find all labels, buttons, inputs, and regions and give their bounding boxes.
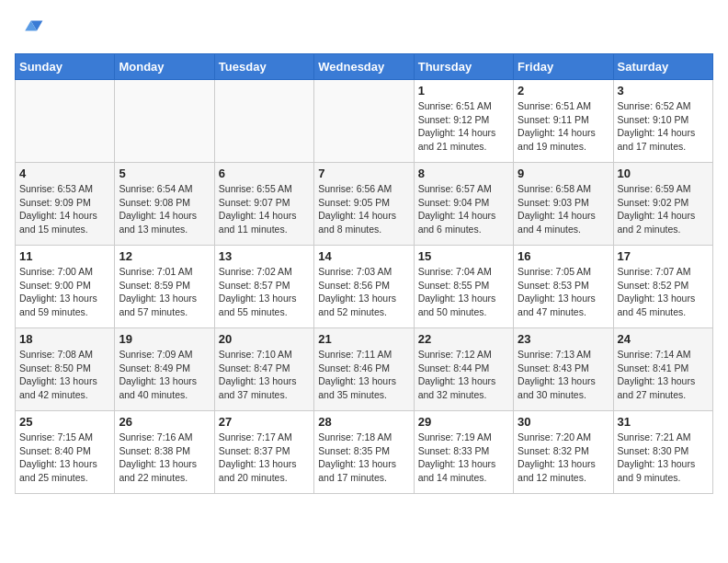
day-cell: 15Sunrise: 7:04 AM Sunset: 8:55 PM Dayli… (414, 246, 513, 328)
day-cell: 10Sunrise: 6:59 AM Sunset: 9:02 PM Dayli… (613, 163, 712, 246)
day-info: Sunrise: 7:07 AM Sunset: 8:52 PM Dayligh… (618, 265, 709, 319)
day-cell: 5Sunrise: 6:54 AM Sunset: 9:08 PM Daylig… (115, 163, 214, 246)
day-cell (314, 80, 414, 163)
column-header-wednesday: Wednesday (314, 54, 414, 80)
day-number: 12 (119, 249, 210, 263)
column-header-monday: Monday (115, 54, 214, 80)
day-info: Sunrise: 7:10 AM Sunset: 8:47 PM Dayligh… (219, 348, 310, 402)
day-info: Sunrise: 7:11 AM Sunset: 8:46 PM Dayligh… (318, 348, 409, 402)
day-info: Sunrise: 7:12 AM Sunset: 8:44 PM Dayligh… (418, 348, 509, 402)
day-number: 4 (19, 167, 110, 180)
day-cell: 9Sunrise: 6:58 AM Sunset: 9:03 PM Daylig… (514, 163, 613, 246)
day-cell: 22Sunrise: 7:12 AM Sunset: 8:44 PM Dayli… (414, 328, 513, 411)
day-number: 29 (418, 415, 509, 429)
day-info: Sunrise: 6:52 AM Sunset: 9:10 PM Dayligh… (618, 99, 709, 154)
day-cell: 12Sunrise: 7:01 AM Sunset: 8:59 PM Dayli… (115, 246, 214, 328)
day-number: 27 (219, 415, 310, 429)
day-number: 14 (318, 249, 409, 263)
day-number: 13 (219, 249, 310, 263)
day-info: Sunrise: 6:51 AM Sunset: 9:12 PM Dayligh… (418, 99, 509, 154)
day-number: 8 (418, 167, 509, 180)
day-number: 9 (518, 167, 609, 180)
day-cell: 29Sunrise: 7:19 AM Sunset: 8:33 PM Dayli… (414, 411, 513, 494)
day-cell: 31Sunrise: 7:21 AM Sunset: 8:30 PM Dayli… (613, 411, 712, 494)
day-cell: 24Sunrise: 7:14 AM Sunset: 8:41 PM Dayli… (613, 328, 712, 411)
week-row-5: 25Sunrise: 7:15 AM Sunset: 8:40 PM Dayli… (16, 411, 713, 494)
day-cell: 3Sunrise: 6:52 AM Sunset: 9:10 PM Daylig… (613, 80, 712, 163)
page-header (15, 15, 713, 44)
logo-icon (15, 15, 44, 44)
day-number: 15 (418, 249, 509, 263)
day-number: 30 (518, 415, 609, 429)
day-info: Sunrise: 6:56 AM Sunset: 9:05 PM Dayligh… (318, 182, 409, 236)
day-cell: 26Sunrise: 7:16 AM Sunset: 8:38 PM Dayli… (115, 411, 214, 494)
day-info: Sunrise: 7:03 AM Sunset: 8:56 PM Dayligh… (318, 265, 409, 319)
week-row-2: 4Sunrise: 6:53 AM Sunset: 9:09 PM Daylig… (16, 163, 713, 246)
day-cell: 6Sunrise: 6:55 AM Sunset: 9:07 PM Daylig… (214, 163, 313, 246)
day-info: Sunrise: 7:05 AM Sunset: 8:53 PM Dayligh… (518, 265, 609, 319)
day-cell: 19Sunrise: 7:09 AM Sunset: 8:49 PM Dayli… (115, 328, 214, 411)
day-cell: 20Sunrise: 7:10 AM Sunset: 8:47 PM Dayli… (214, 328, 313, 411)
day-info: Sunrise: 7:08 AM Sunset: 8:50 PM Dayligh… (19, 348, 110, 402)
day-cell: 27Sunrise: 7:17 AM Sunset: 8:37 PM Dayli… (214, 411, 313, 494)
day-number: 10 (618, 167, 709, 180)
day-number: 3 (618, 84, 709, 98)
day-info: Sunrise: 6:54 AM Sunset: 9:08 PM Dayligh… (119, 182, 210, 236)
day-number: 23 (518, 332, 609, 346)
day-number: 20 (219, 332, 310, 346)
day-info: Sunrise: 6:57 AM Sunset: 9:04 PM Dayligh… (418, 182, 509, 236)
day-cell: 7Sunrise: 6:56 AM Sunset: 9:05 PM Daylig… (314, 163, 414, 246)
day-info: Sunrise: 7:09 AM Sunset: 8:49 PM Dayligh… (119, 348, 210, 402)
day-info: Sunrise: 7:17 AM Sunset: 8:37 PM Dayligh… (219, 431, 310, 485)
day-cell: 23Sunrise: 7:13 AM Sunset: 8:43 PM Dayli… (514, 328, 613, 411)
day-info: Sunrise: 7:16 AM Sunset: 8:38 PM Dayligh… (119, 431, 210, 485)
day-number: 6 (219, 167, 310, 180)
day-info: Sunrise: 6:58 AM Sunset: 9:03 PM Dayligh… (518, 182, 609, 236)
day-info: Sunrise: 6:59 AM Sunset: 9:02 PM Dayligh… (618, 182, 709, 236)
day-number: 16 (518, 249, 609, 263)
column-header-tuesday: Tuesday (214, 54, 313, 80)
day-number: 5 (119, 167, 210, 180)
day-info: Sunrise: 7:01 AM Sunset: 8:59 PM Dayligh… (119, 265, 210, 319)
column-header-sunday: Sunday (16, 54, 115, 80)
day-number: 31 (618, 415, 709, 429)
day-info: Sunrise: 6:51 AM Sunset: 9:11 PM Dayligh… (518, 99, 609, 154)
day-cell: 30Sunrise: 7:20 AM Sunset: 8:32 PM Dayli… (514, 411, 613, 494)
day-cell: 17Sunrise: 7:07 AM Sunset: 8:52 PM Dayli… (613, 246, 712, 328)
day-info: Sunrise: 7:02 AM Sunset: 8:57 PM Dayligh… (219, 265, 310, 319)
day-cell (214, 80, 313, 163)
day-number: 11 (19, 249, 110, 263)
day-cell: 25Sunrise: 7:15 AM Sunset: 8:40 PM Dayli… (16, 411, 115, 494)
day-number: 24 (618, 332, 709, 346)
day-number: 22 (418, 332, 509, 346)
column-header-thursday: Thursday (414, 54, 513, 80)
day-cell (115, 80, 214, 163)
day-cell: 18Sunrise: 7:08 AM Sunset: 8:50 PM Dayli… (16, 328, 115, 411)
logo (15, 15, 48, 44)
day-info: Sunrise: 7:21 AM Sunset: 8:30 PM Dayligh… (618, 431, 709, 485)
day-cell: 1Sunrise: 6:51 AM Sunset: 9:12 PM Daylig… (414, 80, 513, 163)
day-cell: 28Sunrise: 7:18 AM Sunset: 8:35 PM Dayli… (314, 411, 414, 494)
day-info: Sunrise: 7:15 AM Sunset: 8:40 PM Dayligh… (19, 431, 110, 485)
day-number: 21 (318, 332, 409, 346)
day-info: Sunrise: 7:13 AM Sunset: 8:43 PM Dayligh… (518, 348, 609, 402)
day-number: 7 (318, 167, 409, 180)
day-cell: 13Sunrise: 7:02 AM Sunset: 8:57 PM Dayli… (214, 246, 313, 328)
day-cell: 2Sunrise: 6:51 AM Sunset: 9:11 PM Daylig… (514, 80, 613, 163)
day-number: 25 (19, 415, 110, 429)
day-info: Sunrise: 6:53 AM Sunset: 9:09 PM Dayligh… (19, 182, 110, 236)
day-info: Sunrise: 6:55 AM Sunset: 9:07 PM Dayligh… (219, 182, 310, 236)
day-cell: 16Sunrise: 7:05 AM Sunset: 8:53 PM Dayli… (514, 246, 613, 328)
column-header-saturday: Saturday (613, 54, 712, 80)
day-cell: 21Sunrise: 7:11 AM Sunset: 8:46 PM Dayli… (314, 328, 414, 411)
week-row-4: 18Sunrise: 7:08 AM Sunset: 8:50 PM Dayli… (16, 328, 713, 411)
day-number: 17 (618, 249, 709, 263)
day-info: Sunrise: 7:20 AM Sunset: 8:32 PM Dayligh… (518, 431, 609, 485)
week-row-3: 11Sunrise: 7:00 AM Sunset: 9:00 PM Dayli… (16, 246, 713, 328)
day-info: Sunrise: 7:18 AM Sunset: 8:35 PM Dayligh… (318, 431, 409, 485)
calendar-header-row: SundayMondayTuesdayWednesdayThursdayFrid… (16, 54, 713, 80)
column-header-friday: Friday (514, 54, 613, 80)
day-info: Sunrise: 7:00 AM Sunset: 9:00 PM Dayligh… (19, 265, 110, 319)
week-row-1: 1Sunrise: 6:51 AM Sunset: 9:12 PM Daylig… (16, 80, 713, 163)
day-info: Sunrise: 7:14 AM Sunset: 8:41 PM Dayligh… (618, 348, 709, 402)
